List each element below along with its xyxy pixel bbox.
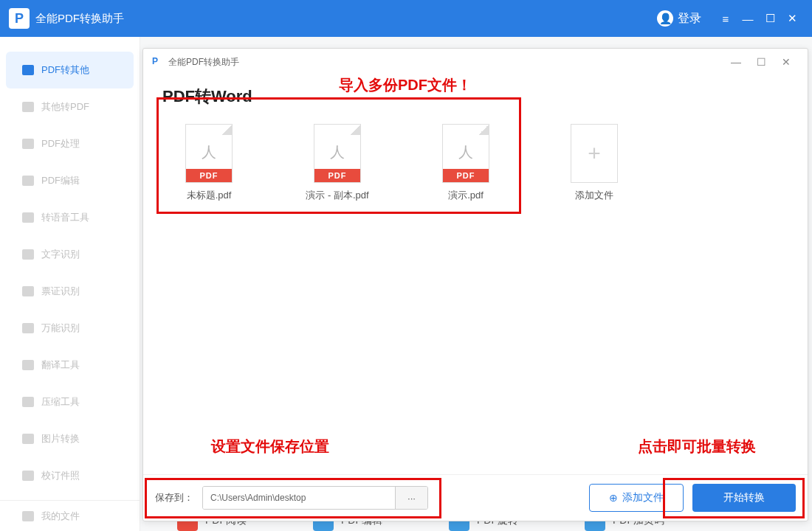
scan-icon xyxy=(22,323,34,333)
minimize-icon[interactable]: — xyxy=(737,7,759,30)
add-file-button-label: 添加文件 xyxy=(622,491,664,504)
sidebar-item-label: 压缩工具 xyxy=(41,395,80,409)
maximize-icon[interactable]: ☐ xyxy=(759,7,781,30)
add-file-button[interactable]: ⊕ 添加文件 xyxy=(589,484,684,512)
file-card[interactable]: 人 PDF 演示.pdf xyxy=(425,124,506,202)
sidebar-item-label: PDF编辑 xyxy=(41,174,80,187)
sidebar-item-compress[interactable]: 压缩工具 xyxy=(0,384,140,420)
file-name: 未标题.pdf xyxy=(187,189,232,202)
audio-icon xyxy=(22,212,34,223)
file-card[interactable]: 人 PDF 演示 - 副本.pdf xyxy=(297,124,378,202)
dialog-close-icon[interactable]: ✕ xyxy=(774,52,799,72)
dialog-titlebar: P 全能PDF转换助手 — ☐ ✕ xyxy=(143,49,808,75)
sidebar-item-to-audio[interactable]: 转语音工具 xyxy=(0,199,140,236)
sidebar-item-my-files[interactable]: 我的文件 xyxy=(0,500,140,531)
file-name: 演示.pdf xyxy=(448,189,484,202)
sidebar-item-label: PDF转其他 xyxy=(41,63,89,77)
app-logo-icon: P xyxy=(152,56,164,68)
avatar-icon: 👤 xyxy=(657,10,673,27)
save-path-group: ··· xyxy=(202,486,428,510)
folder-icon xyxy=(22,511,34,521)
dialog-footer: 保存到： ··· ⊕ 添加文件 开始转换 xyxy=(143,474,808,521)
file-thumb: 人 PDF xyxy=(442,124,489,183)
sidebar-item-label: 校订件照 xyxy=(41,469,80,482)
translate-icon xyxy=(22,360,34,370)
dialog-maximize-icon[interactable]: ☐ xyxy=(749,52,774,72)
dialog-body: PDF转Word 人 PDF 未标题.pdf 人 xyxy=(143,75,808,474)
sidebar-item-label: PDF处理 xyxy=(41,137,80,150)
title-bar: P 全能PDF转换助手 👤 登录 ≡ — ☐ ✕ xyxy=(0,0,812,37)
sidebar-item-label: 转语音工具 xyxy=(41,211,89,224)
sidebar-item-ocr-all[interactable]: 万能识别 xyxy=(0,310,140,347)
sidebar-item-label: 翻译工具 xyxy=(41,358,80,372)
dialog-logo: P 全能PDF转换助手 xyxy=(152,56,239,69)
login-button[interactable]: 👤 登录 xyxy=(657,10,701,27)
file-name: 演示 - 副本.pdf xyxy=(306,189,368,202)
start-convert-button[interactable]: 开始转换 xyxy=(692,484,796,512)
sidebar-item-photo-id[interactable]: 校订件照 xyxy=(0,457,140,494)
sidebar-item-label: 文字识别 xyxy=(41,248,80,261)
save-to-label: 保存到： xyxy=(155,491,193,504)
sidebar-item-ocr-receipt[interactable]: 票证识别 xyxy=(0,273,140,310)
app-title: 全能PDF转换助手 xyxy=(35,12,124,26)
compress-icon xyxy=(22,397,34,407)
plus-icon: ⊕ xyxy=(609,492,618,504)
annotation-save-label: 设置文件保存位置 xyxy=(211,437,329,457)
pdf-mark-icon: 人 xyxy=(314,135,360,169)
annotation-convert-label: 点击即可批量转换 xyxy=(638,437,756,457)
close-icon[interactable]: ✕ xyxy=(781,7,803,30)
sidebar-item-pdf-to-other[interactable]: PDF转其他 xyxy=(6,52,134,88)
file-thumb: 人 PDF xyxy=(314,124,361,183)
content-area: PDF阅读 PDF编辑 PDF旋转 PDF加页码 P 全能PDF转换助手 — ☐… xyxy=(140,37,812,531)
process-icon xyxy=(22,139,34,149)
sidebar: PDF转其他 其他转PDF PDF处理 PDF编辑 转语音工具 文字识别 票证识… xyxy=(0,37,140,531)
file-card[interactable]: 人 PDF 未标题.pdf xyxy=(168,124,250,202)
sidebar-item-ocr-text[interactable]: 文字识别 xyxy=(0,236,140,273)
dialog-title: PDF转Word xyxy=(162,86,793,108)
sidebar-item-pdf-process[interactable]: PDF处理 xyxy=(0,125,140,162)
image-icon xyxy=(22,434,34,444)
pdf-mark-icon: 人 xyxy=(186,135,232,169)
menu-icon[interactable]: ≡ xyxy=(715,7,737,30)
sidebar-item-image-convert[interactable]: 图片转换 xyxy=(0,420,140,457)
sidebar-item-label: 票证识别 xyxy=(41,285,80,298)
file-badge: PDF xyxy=(186,169,232,182)
browse-button[interactable]: ··· xyxy=(395,487,427,509)
app-logo: P 全能PDF转换助手 xyxy=(9,8,124,29)
sidebar-item-label: 我的文件 xyxy=(41,510,80,523)
file-icon xyxy=(22,102,34,112)
file-badge: PDF xyxy=(443,169,489,182)
receipt-icon xyxy=(22,286,34,296)
add-file-card[interactable]: + 添加文件 xyxy=(554,124,635,202)
app-logo-icon: P xyxy=(9,8,30,29)
ocr-icon xyxy=(22,249,34,260)
dialog-minimize-icon[interactable]: — xyxy=(723,52,749,72)
sidebar-item-label: 万能识别 xyxy=(41,322,80,335)
sidebar-item-translate[interactable]: 翻译工具 xyxy=(0,347,140,384)
sidebar-item-other-to-pdf[interactable]: 其他转PDF xyxy=(0,88,140,125)
photo-icon xyxy=(22,471,34,481)
pdf-icon xyxy=(22,65,34,75)
plus-icon: + xyxy=(571,124,618,183)
edit-icon xyxy=(22,176,34,186)
add-file-label: 添加文件 xyxy=(575,189,613,202)
sidebar-item-label: 图片转换 xyxy=(41,432,80,445)
pdf-mark-icon: 人 xyxy=(443,135,489,169)
sidebar-item-pdf-edit[interactable]: PDF编辑 xyxy=(0,162,140,199)
save-path-input[interactable] xyxy=(203,487,395,509)
dialog-app-name: 全能PDF转换助手 xyxy=(168,56,239,69)
login-label: 登录 xyxy=(678,11,701,27)
sidebar-item-label: 其他转PDF xyxy=(41,100,89,114)
file-thumb: 人 PDF xyxy=(185,124,233,183)
file-grid: 人 PDF 未标题.pdf 人 PDF 演示 - 副本.pdf xyxy=(158,108,793,209)
file-badge: PDF xyxy=(314,169,360,182)
convert-dialog: P 全能PDF转换助手 — ☐ ✕ PDF转Word 人 PDF xyxy=(142,48,808,521)
